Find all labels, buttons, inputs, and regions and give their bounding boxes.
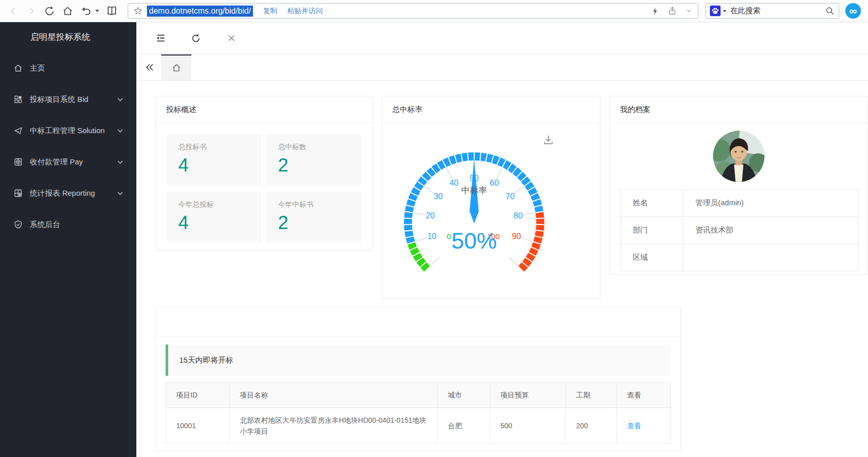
close-frame-icon[interactable] bbox=[225, 32, 237, 44]
stat-label: 今年总投标 bbox=[178, 200, 250, 209]
view-link[interactable]: 查看 bbox=[627, 422, 641, 430]
sidebar-item-pay[interactable]: 收付款管理 Pay bbox=[0, 146, 136, 178]
stat-tile: 今年总投标4 bbox=[167, 192, 261, 243]
frame-toolbar bbox=[136, 22, 868, 54]
cell-city: 合肥 bbox=[438, 408, 490, 444]
browser-chrome: demo.dotnetcms.org/bid/bid/ 复制 粘贴并访问 在此搜… bbox=[0, 0, 868, 22]
sidebar-item-home[interactable]: 主页 bbox=[0, 52, 136, 84]
refresh-frame-icon[interactable] bbox=[190, 32, 202, 44]
stat-value: 2 bbox=[278, 155, 349, 176]
chevron-down-icon bbox=[117, 97, 123, 102]
table-header-cell: 查看 bbox=[617, 383, 671, 408]
dashboard-content: 投标概述 总投标书4总中标数2今年总投标4今年中标书2 总中标率 0102030… bbox=[136, 81, 868, 457]
sidebar-item-solution[interactable]: 中标工程管理 Solution bbox=[0, 115, 136, 146]
collapse-menu-icon[interactable] bbox=[155, 32, 167, 44]
profile-field-value: 管理员(admin) bbox=[683, 190, 858, 217]
win-rate-title: 总中标率 bbox=[382, 96, 600, 123]
gauge-tick-label: 90 bbox=[512, 232, 521, 241]
browser-brand-icon[interactable]: ∞ bbox=[845, 3, 861, 19]
app-title: 启明星投标系统 bbox=[0, 22, 136, 52]
stat-tile: 总中标数2 bbox=[267, 134, 361, 185]
lightning-icon[interactable] bbox=[651, 7, 659, 16]
browser-home-icon[interactable] bbox=[59, 3, 77, 20]
browser-refresh-icon[interactable] bbox=[40, 3, 59, 20]
profile-field-label: 姓名 bbox=[621, 190, 683, 217]
browser-undo-icon[interactable] bbox=[77, 3, 95, 20]
profile-field-label: 区域 bbox=[621, 244, 683, 271]
stat-value: 2 bbox=[278, 213, 349, 234]
win-rate-gauge: 0102030405060708090100中标率50% bbox=[382, 123, 600, 299]
engine-dropdown-caret-icon[interactable] bbox=[723, 10, 727, 13]
chevron-down-icon bbox=[117, 129, 123, 133]
address-bar[interactable]: demo.dotnetcms.org/bid/bid/ 复制 粘贴并访问 bbox=[128, 3, 698, 19]
my-profile-card: 我的档案 bbox=[609, 96, 868, 275]
search-input[interactable]: 在此搜索 bbox=[730, 6, 825, 16]
sidebar-item-reporting[interactable]: 统计报表 Reporting bbox=[0, 178, 136, 209]
browser-undo-control[interactable] bbox=[77, 3, 99, 20]
gauge-tick-label: 0 bbox=[447, 232, 451, 241]
gauge-chart: 0102030405060708090100中标率50% bbox=[382, 123, 574, 279]
baidu-engine-icon[interactable] bbox=[710, 6, 721, 16]
table-header-cell: 项目ID bbox=[166, 383, 230, 408]
browser-forward-icon[interactable] bbox=[22, 3, 40, 20]
chevron-down-icon bbox=[117, 160, 123, 164]
profile-field-value bbox=[683, 244, 858, 271]
cell-project-name: 北部农村地区大牛坊安置房永丰H地块HD00-0401-0151地块小学项目 bbox=[230, 408, 438, 444]
download-chart-icon[interactable] bbox=[543, 134, 554, 145]
profile-field-value: 资讯技术部 bbox=[683, 217, 858, 244]
browser-readinglist-icon[interactable] bbox=[103, 3, 121, 20]
shield-check-icon bbox=[14, 220, 23, 229]
home-icon bbox=[14, 64, 23, 73]
sidebar-item-bid[interactable]: 投标项目系统 Bid bbox=[0, 84, 136, 115]
stat-tile: 今年中标书2 bbox=[267, 192, 361, 243]
address-bar-dropdown-icon[interactable] bbox=[685, 7, 693, 15]
table-header-cell: 项目名称 bbox=[230, 383, 438, 408]
gauge-tick-label: 80 bbox=[514, 211, 523, 220]
tabbar bbox=[136, 54, 868, 81]
stat-value: 4 bbox=[178, 155, 250, 176]
report-icon bbox=[14, 189, 23, 198]
profile-row: 区域 bbox=[621, 244, 858, 271]
sidebar-item-label: 中标工程管理 Solution bbox=[30, 126, 117, 136]
profile-table: 姓名管理员(admin)部门资讯技术部区域 bbox=[620, 189, 858, 271]
cell-budget: 500 bbox=[490, 408, 566, 444]
cell-action: 查看 bbox=[617, 408, 671, 444]
table-header-cell: 项目预算 bbox=[490, 383, 566, 408]
tab-home[interactable] bbox=[161, 54, 191, 80]
url-input[interactable]: demo.dotnetcms.org/bid/bid/ bbox=[147, 6, 253, 17]
bid-overview-title: 投标概述 bbox=[156, 96, 372, 123]
tabs-scroll-left-icon[interactable] bbox=[136, 54, 161, 80]
search-magnifier-icon[interactable] bbox=[825, 6, 835, 16]
profile-row: 姓名管理员(admin) bbox=[621, 190, 858, 217]
copy-url-link[interactable]: 复制 bbox=[263, 7, 277, 16]
win-rate-card: 总中标率 0102030405060708090100中标率50% bbox=[382, 96, 600, 299]
cell-project-id: 10001 bbox=[166, 408, 230, 444]
share-icon[interactable] bbox=[668, 6, 677, 16]
browser-back-icon[interactable] bbox=[4, 3, 22, 20]
sidebar-item-admin[interactable]: 系统后台 bbox=[0, 209, 136, 240]
stat-value: 4 bbox=[178, 213, 250, 234]
table-header-cell: 城市 bbox=[438, 383, 490, 408]
stat-tile: 总投标书4 bbox=[167, 134, 261, 185]
sidebar-item-label: 主页 bbox=[30, 64, 123, 73]
search-box[interactable]: 在此搜索 bbox=[705, 3, 839, 19]
paste-and-go-link[interactable]: 粘贴并访问 bbox=[287, 7, 323, 16]
upcoming-bids-section-title: 15天内即将开标 bbox=[166, 345, 671, 376]
gauge-tick-label: 30 bbox=[434, 192, 443, 201]
table-row: 10001北部农村地区大牛坊安置房永丰H地块HD00-0401-0151地块小学… bbox=[166, 408, 671, 444]
sidebar-item-label: 收付款管理 Pay bbox=[30, 157, 117, 167]
gauge-series-label: 中标率 bbox=[461, 186, 487, 195]
pay-icon bbox=[14, 157, 23, 166]
bookmark-star-icon[interactable] bbox=[133, 6, 143, 16]
gauge-tick-label: 70 bbox=[505, 192, 515, 201]
sidebar-item-label: 统计报表 Reporting bbox=[30, 189, 117, 198]
sidebar-item-label: 投标项目系统 Bid bbox=[30, 95, 117, 104]
sidebar-menu: 主页投标项目系统 Bid中标工程管理 Solution收付款管理 Pay统计报表… bbox=[0, 52, 136, 240]
profile-field-label: 部门 bbox=[621, 217, 683, 244]
my-profile-title: 我的档案 bbox=[610, 96, 867, 123]
undo-dropdown-caret-icon[interactable] bbox=[95, 9, 99, 13]
bid-overview-card: 投标概述 总投标书4总中标数2今年总投标4今年中标书2 bbox=[156, 96, 373, 251]
stat-label: 总中标数 bbox=[278, 143, 349, 152]
table-header-cell: 工期 bbox=[566, 383, 617, 408]
chevron-down-icon bbox=[117, 191, 123, 196]
